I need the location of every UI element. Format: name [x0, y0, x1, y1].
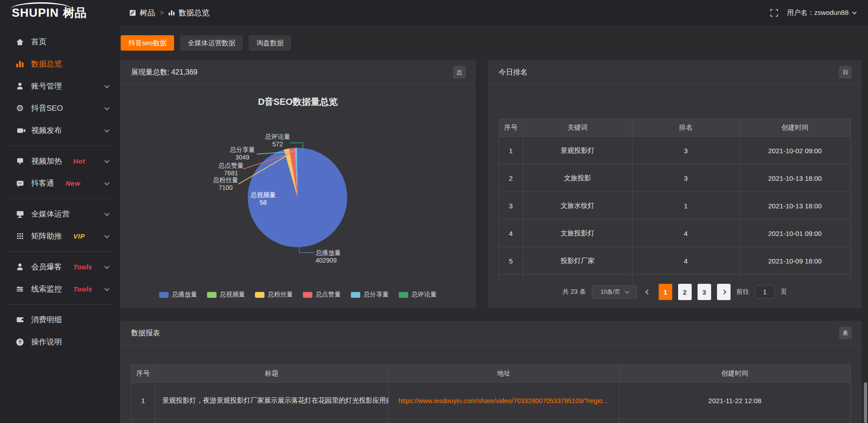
table-row-clipped — [132, 419, 850, 423]
legend-item-comments[interactable]: 总评论量 — [399, 291, 437, 299]
sidebar: 首页 数据总览 账号管理 ⚙ 抖音SEO 视频发布 视频加热 Hot 抖客通 N… — [0, 25, 120, 423]
home-icon — [15, 39, 24, 45]
tab-inquiry-data[interactable]: 询盘数据 — [249, 35, 291, 51]
cell: 1 — [499, 137, 523, 164]
sidebar-item-label: 消费明细 — [31, 315, 62, 325]
page-button-1[interactable]: 1 — [659, 284, 672, 300]
total-toggle-button[interactable]: 总 — [453, 66, 466, 79]
cell: 1 — [632, 192, 739, 219]
column-header: 地址 — [388, 365, 619, 382]
sidebar-item-video-publish[interactable]: 视频发布 — [0, 119, 120, 141]
ranking-table: 序号 关键词 排名 创建时间 1 景观投影灯 3 2021-10-02 09:0… — [499, 118, 851, 283]
sidebar-item-label: 抖音SEO — [31, 103, 63, 113]
table-toggle-button[interactable]: 表 — [839, 327, 852, 339]
cell: 1 — [132, 383, 155, 418]
scrollbar-thumb[interactable] — [864, 382, 867, 423]
panel-header: 今日排名 日 — [488, 60, 862, 85]
breadcrumb-separator: > — [160, 9, 164, 16]
legend-swatch — [207, 292, 217, 298]
wallet-icon — [15, 317, 24, 322]
pie-label-plays: 总播放量 402909 — [316, 249, 365, 264]
cell: 2 — [499, 164, 523, 192]
page-suffix: 页 — [781, 288, 787, 296]
page-button-3[interactable]: 3 — [698, 284, 711, 300]
new-badge: New — [66, 179, 80, 187]
chevron-down-icon — [104, 127, 109, 132]
cell: 2021-10-01 09:00 — [739, 220, 850, 247]
data-report-panel: 数据报表 表 序号 标题 地址 创建时间 1 景观投影灯，夜游景观投影灯厂家展示… — [120, 321, 862, 423]
panel-title: 数据报表 — [131, 329, 160, 338]
legend-swatch — [303, 292, 312, 298]
table-header-row: 序号 标题 地址 创建时间 — [132, 365, 850, 383]
app-logo[interactable]: SHUPIN 树品 — [0, 0, 120, 25]
legend-item-shares[interactable]: 总分享量 — [351, 291, 389, 299]
fullscreen-icon[interactable] — [770, 9, 778, 17]
sidebar-item-label: 会员爆客 — [31, 262, 62, 272]
sidebar-item-douketong[interactable]: 抖客通 New — [0, 172, 120, 194]
sidebar-item-douyin-seo[interactable]: ⚙ 抖音SEO — [0, 97, 120, 119]
tools-badge: Tools — [73, 285, 92, 293]
today-ranking-panel: 今日排名 日 序号 关键词 排名 创建时间 1 景观投影灯 3 2021-10-… — [488, 60, 862, 308]
sidebar-item-matrix-boost[interactable]: 矩阵助推 VIP — [0, 225, 120, 247]
legend-swatch — [255, 292, 264, 298]
table-row: 1 景观投影灯 3 2021-10-02 09:00 — [499, 137, 850, 164]
cell: 文旅投影灯 — [523, 220, 632, 247]
cell: 景观投影灯 — [523, 137, 632, 164]
page-button-2[interactable]: 2 — [678, 284, 692, 300]
goto-label: 前往 — [736, 288, 749, 296]
cell: 4 — [632, 247, 739, 274]
sidebar-item-instructions[interactable]: 操作说明 — [0, 331, 120, 353]
heat-icon — [15, 158, 24, 164]
sidebar-item-account[interactable]: 账号管理 — [0, 75, 120, 97]
cell: 2021-10-13 18:00 — [739, 164, 850, 192]
sidebar-item-label: 抖客通 — [31, 178, 54, 188]
column-header: 创建时间 — [619, 365, 850, 382]
grid-icon — [15, 233, 24, 239]
cell: 2021-10-13 18:00 — [739, 192, 850, 219]
page-jump-input[interactable] — [755, 285, 775, 299]
legend-swatch — [159, 292, 169, 298]
sidebar-item-video-heat[interactable]: 视频加热 Hot — [0, 150, 120, 172]
chevron-down-icon — [104, 105, 109, 110]
legend-item-videos[interactable]: 总视频量 — [207, 291, 245, 299]
user-icon — [15, 83, 24, 89]
sidebar-divider — [6, 304, 113, 305]
next-page-button[interactable] — [717, 284, 731, 300]
tools-badge: Tools — [73, 263, 92, 271]
legend-item-likes[interactable]: 总点赞量 — [303, 291, 341, 299]
table-row: 2 文旅投影 3 2021-10-13 18:00 — [499, 164, 850, 192]
legend-swatch — [351, 292, 360, 298]
tab-media-ops-data[interactable]: 全媒体运营数据 — [180, 35, 243, 51]
report-table: 序号 标题 地址 创建时间 1 景观投影灯，夜游景观投影灯厂家展示展示落花灯在花… — [131, 364, 851, 423]
sidebar-item-label: 视频加热 — [31, 156, 62, 166]
page-size-select[interactable]: 10条/页 — [592, 285, 637, 299]
cell: 文旅投影 — [523, 164, 632, 192]
chevron-left-icon — [645, 289, 650, 294]
legend-item-plays[interactable]: 总播放量 — [159, 291, 197, 299]
total-count: 共 23 条 — [562, 288, 585, 296]
sidebar-item-home[interactable]: 首页 — [0, 31, 120, 53]
sidebar-divider — [6, 146, 113, 146]
cell: 4 — [499, 220, 523, 247]
sidebar-item-expense-detail[interactable]: 消费明细 — [0, 309, 120, 331]
video-link[interactable]: https://www.iesdouyin.com/share/video/70… — [399, 397, 609, 404]
sidebar-item-media-ops[interactable]: 全媒体运营 — [0, 203, 120, 225]
pie-label-likes: 总点赞量 7681 — [204, 162, 258, 177]
cell: 投影灯厂家 — [523, 247, 632, 274]
sidebar-item-member-baoke[interactable]: 会员爆客 Tools — [0, 256, 120, 278]
legend-item-fans[interactable]: 总粉丝量 — [255, 291, 293, 299]
chart-legend: 总播放量 总视频量 总粉丝量 总点赞量 总分享量 总评论量 — [120, 291, 476, 299]
breadcrumb-root[interactable]: 树品 — [140, 8, 155, 18]
sidebar-item-label: 线索监控 — [31, 284, 62, 294]
user-menu[interactable]: 用户名：zswodun88 — [787, 9, 855, 17]
hot-badge: Hot — [73, 157, 85, 165]
sidebar-item-clue-monitor[interactable]: 线索监控 Tools — [0, 278, 120, 300]
sidebar-item-label: 矩阵助推 — [31, 231, 62, 241]
day-toggle-button[interactable]: 日 — [839, 66, 852, 79]
cell: 3 — [632, 164, 739, 192]
tab-douyin-seo-data[interactable]: 抖音seo数据 — [121, 35, 174, 51]
chart-bars-icon — [169, 10, 175, 15]
cell: 文旅水纹灯 — [523, 192, 632, 219]
prev-page-button[interactable] — [643, 284, 653, 300]
sidebar-item-data-overview[interactable]: 数据总览 — [0, 53, 120, 75]
